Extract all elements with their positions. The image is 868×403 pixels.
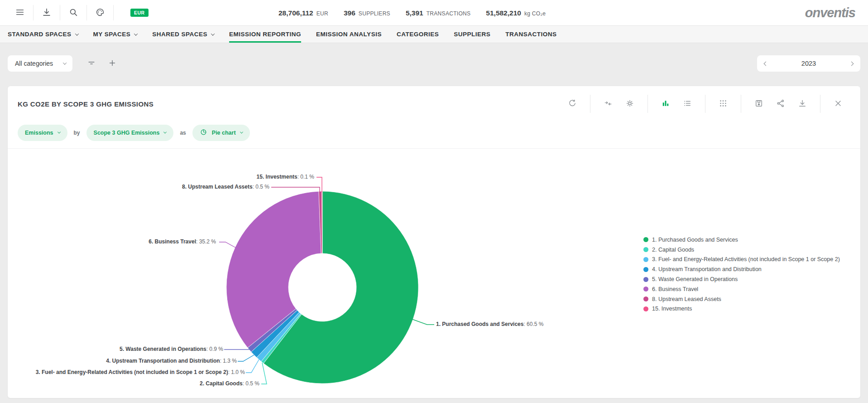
refresh-button[interactable] [567, 99, 577, 109]
summary-stats: 28,706,112 EUR 396 SUPPLIERS 5,391 TRANS… [278, 0, 546, 26]
divider [33, 5, 34, 20]
leader-line [246, 359, 259, 373]
legend-item[interactable]: 15. Investments [643, 304, 840, 314]
share-button[interactable] [776, 99, 786, 109]
legend-item[interactable]: 6. Business Travel [643, 284, 840, 294]
card-title: KG CO2E BY SCOPE 3 GHG EMISSIONS [18, 100, 153, 108]
save-button[interactable] [754, 99, 764, 109]
divider [60, 5, 60, 20]
download-icon [42, 7, 52, 19]
search-button[interactable] [67, 6, 80, 19]
collapse-arrows-icon [604, 99, 613, 109]
legend-item[interactable]: 4. Upstream Transportation and Distribut… [643, 264, 840, 274]
slice-label: 3. Fuel- and Energy-Related Activities (… [36, 369, 245, 376]
stat-unit: SUPPLIERS [359, 10, 390, 17]
leader-line [219, 242, 235, 248]
list-view-button[interactable] [682, 99, 692, 109]
chevron-down-icon [75, 32, 78, 35]
stat-value: 28,706,112 [278, 9, 313, 17]
currency-badge[interactable]: EUR [130, 9, 149, 17]
legend-label: 15. Investments [652, 306, 692, 312]
measure-dropdown[interactable]: Emissions [18, 125, 67, 141]
slice-label-value: : 1.3 % [220, 358, 237, 364]
tab-label: MY SPACES [93, 31, 131, 38]
tab-emission-reporting[interactable]: EMISSION REPORTING [229, 26, 301, 43]
leader-line [261, 363, 267, 384]
onventis-logo: onventis [805, 5, 868, 20]
pie-chart-area: 1. Purchased Goods and Services: 60.5 %2… [8, 149, 860, 398]
top-bar: EUR 28,706,112 EUR 396 SUPPLIERS 5,391 T… [0, 0, 868, 26]
tab-my-spaces[interactable]: MY SPACES [93, 26, 138, 43]
list-icon [683, 99, 692, 109]
divider [741, 95, 741, 113]
legend-dot-icon [643, 286, 648, 291]
dimension-value: Scope 3 GHG Emissions [94, 130, 160, 136]
slice-label-name: 2. Capital Goods [200, 380, 243, 387]
slice-label-name: 4. Upstream Transportation and Distribut… [106, 358, 220, 364]
dimension-dropdown[interactable]: Scope 3 GHG Emissions [86, 125, 174, 141]
tab-categories[interactable]: CATEGORIES [397, 26, 439, 43]
chevron-left-icon[interactable] [764, 61, 768, 66]
chevron-down-icon [134, 32, 138, 35]
slice-label: 8. Upstream Leased Assets: 0.5 % [182, 183, 269, 191]
category-select-value: All categories [15, 60, 53, 67]
slice-label-name: 15. Investments [257, 174, 297, 180]
card-toolbar [567, 95, 843, 113]
tab-label: TRANSACTIONS [505, 31, 556, 38]
menu-button[interactable] [14, 6, 26, 19]
save-icon [754, 99, 763, 109]
chart-type-dropdown[interactable]: Pie chart [192, 125, 250, 141]
settings-button[interactable] [625, 99, 635, 109]
stat-unit: TRANSACTIONS [427, 10, 471, 17]
add-widget-button[interactable] [107, 58, 118, 69]
divider [820, 95, 820, 113]
measure-value: Emissions [25, 130, 53, 136]
hamburger-icon [15, 7, 25, 19]
legend-item[interactable]: 3. Fuel- and Energy-Related Activities (… [643, 255, 840, 265]
export-button[interactable] [797, 99, 807, 109]
tab-suppliers[interactable]: SUPPLIERS [454, 26, 490, 43]
tab-label: SHARED SPACES [152, 31, 207, 38]
filter-bar: All categories 2023 [0, 43, 868, 72]
legend-dot-icon [643, 237, 648, 242]
slice-label-name: 6. Business Travel [149, 238, 196, 245]
divider [705, 95, 705, 113]
slice-label: 4. Upstream Transportation and Distribut… [106, 357, 237, 365]
tab-emission-analysis[interactable]: EMISSION ANALYSIS [316, 26, 382, 43]
filter-button[interactable] [86, 58, 97, 69]
chart-card: KG CO2E BY SCOPE 3 GHG EMISSIONS [8, 86, 860, 398]
grid-dots-icon [719, 99, 728, 109]
slice-label-name: 5. Waste Generated in Operations [120, 346, 206, 352]
apps-grid-button[interactable] [718, 99, 728, 109]
legend-item[interactable]: 8. Upstream Leased Assets [643, 294, 840, 304]
year-value: 2023 [801, 60, 816, 67]
palette-icon [95, 7, 105, 19]
category-select[interactable]: All categories [8, 55, 72, 72]
tab-transactions[interactable]: TRANSACTIONS [505, 26, 556, 43]
slice-label: 1. Purchased Goods and Services: 60.5 % [436, 320, 543, 328]
legend-item[interactable]: 1. Purchased Goods and Services [643, 235, 840, 245]
tab-standard-spaces[interactable]: STANDARD SPACES [8, 26, 78, 43]
legend-dot-icon [643, 257, 648, 262]
collapse-button[interactable] [603, 99, 613, 109]
theme-button[interactable] [94, 6, 106, 19]
divider [86, 5, 87, 20]
divider [647, 95, 648, 113]
tab-shared-spaces[interactable]: SHARED SPACES [152, 26, 214, 43]
stat-transactions: 5,391 TRANSACTIONS [406, 9, 470, 17]
stat-suppliers: 396 SUPPLIERS [344, 9, 390, 17]
chevron-right-icon[interactable] [849, 61, 854, 66]
legend-item[interactable]: 2. Capital Goods [643, 245, 840, 255]
slice-label-name: 3. Fuel- and Energy-Related Activities (… [36, 369, 228, 375]
tab-label: EMISSION ANALYSIS [316, 31, 382, 38]
chevron-down-icon [163, 131, 167, 134]
download-button[interactable] [40, 6, 53, 19]
legend-dot-icon [643, 267, 648, 272]
legend-label: 2. Capital Goods [652, 247, 694, 253]
legend-item[interactable]: 5. Waste Generated in Operations [643, 274, 840, 284]
tab-label: STANDARD SPACES [8, 31, 72, 38]
close-button[interactable] [833, 99, 843, 109]
chart-view-button[interactable] [661, 99, 671, 109]
chart-type-value: Pie chart [212, 130, 236, 136]
legend-dot-icon [643, 296, 648, 301]
